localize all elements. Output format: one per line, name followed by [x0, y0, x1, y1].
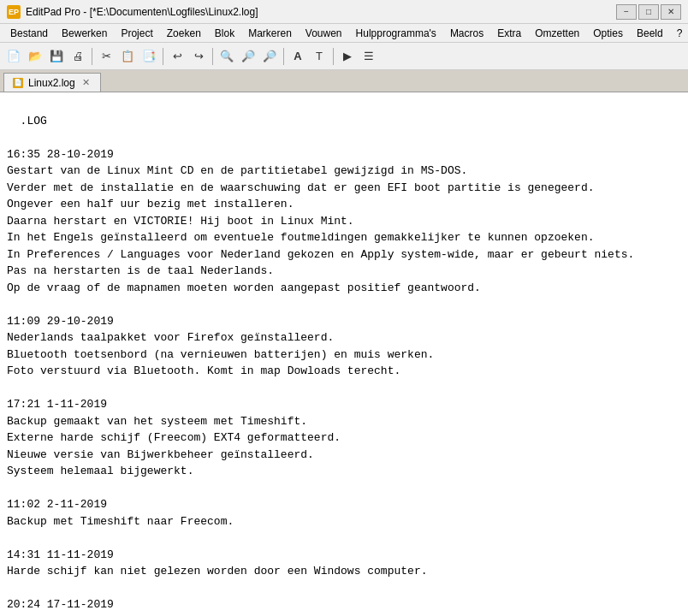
title-bar: EP EditPad Pro - [*E:\Documenten\Logfile…: [0, 0, 688, 24]
menu-omzetten[interactable]: Omzetten: [528, 26, 586, 41]
toolbar-separator-1: [92, 48, 92, 65]
editor-content[interactable]: .LOG 16:35 28-10-2019 Gestart van de Lin…: [0, 92, 688, 616]
menu-markeren[interactable]: Markeren: [241, 26, 299, 41]
toolbar-save[interactable]: 💾: [46, 46, 67, 67]
window-controls: − □ ✕: [616, 4, 681, 20]
toolbar-run[interactable]: ▶: [337, 46, 358, 67]
menu-bar: Bestand Bewerken Project Zoeken Blok Mar…: [0, 24, 688, 43]
toolbar-separator-3: [212, 48, 213, 65]
menu-bestand[interactable]: Bestand: [3, 26, 55, 41]
menu-opties[interactable]: Opties: [586, 26, 630, 41]
toolbar-options[interactable]: ☰: [359, 46, 379, 67]
menu-help[interactable]: ?: [670, 26, 688, 41]
menu-beeld[interactable]: Beeld: [630, 26, 670, 41]
toolbar-print[interactable]: 🖨: [68, 46, 88, 67]
tab-label: Linux2.log: [28, 77, 75, 89]
file-content: .LOG 16:35 28-10-2019 Gestart van de Lin…: [7, 115, 655, 617]
maximize-button[interactable]: □: [638, 4, 659, 20]
menu-bewerken[interactable]: Bewerken: [55, 26, 114, 41]
minimize-button[interactable]: −: [616, 4, 637, 20]
toolbar-undo[interactable]: ↩: [167, 46, 187, 67]
toolbar-copy[interactable]: 📋: [117, 46, 138, 67]
toolbar-new[interactable]: 📄: [3, 46, 24, 67]
toolbar-cut[interactable]: ✂: [96, 46, 116, 67]
menu-project[interactable]: Project: [114, 26, 159, 41]
toolbar-replace[interactable]: 🔎: [259, 46, 280, 67]
toolbar-separator-5: [333, 48, 334, 65]
menu-macros[interactable]: Macros: [443, 26, 490, 41]
toolbar-format[interactable]: A: [288, 46, 308, 67]
app-icon: EP: [7, 5, 21, 19]
toolbar-find[interactable]: 🔍: [216, 46, 237, 67]
toolbar-find-next[interactable]: 🔎: [238, 46, 258, 67]
menu-vouwen[interactable]: Vouwen: [299, 26, 349, 41]
menu-hulpprogrammas[interactable]: Hulpprogramma's: [349, 26, 443, 41]
menu-blok[interactable]: Blok: [208, 26, 241, 41]
tab-close-button[interactable]: ✕: [80, 77, 92, 88]
toolbar-paste[interactable]: 📑: [139, 46, 159, 67]
menu-extra[interactable]: Extra: [490, 26, 528, 41]
close-button[interactable]: ✕: [661, 4, 681, 20]
toolbar-open[interactable]: 📂: [25, 46, 45, 67]
toolbar: 📄 📂 💾 🖨 ✂ 📋 📑 ↩ ↪ 🔍 🔎 🔎 A T ▶ ☰: [0, 43, 688, 70]
tab-bar: 📄 Linux2.log ✕: [0, 70, 688, 92]
toolbar-separator-4: [283, 48, 284, 65]
menu-zoeken[interactable]: Zoeken: [160, 26, 208, 41]
toolbar-separator-2: [163, 48, 163, 65]
tab-linux2-log[interactable]: 📄 Linux2.log ✕: [3, 73, 101, 92]
toolbar-redo[interactable]: ↪: [188, 46, 209, 67]
toolbar-text[interactable]: T: [309, 46, 329, 67]
tab-file-icon: 📄: [13, 78, 23, 88]
window-title: EditPad Pro - [*E:\Documenten\Logfiles\L…: [26, 6, 616, 18]
